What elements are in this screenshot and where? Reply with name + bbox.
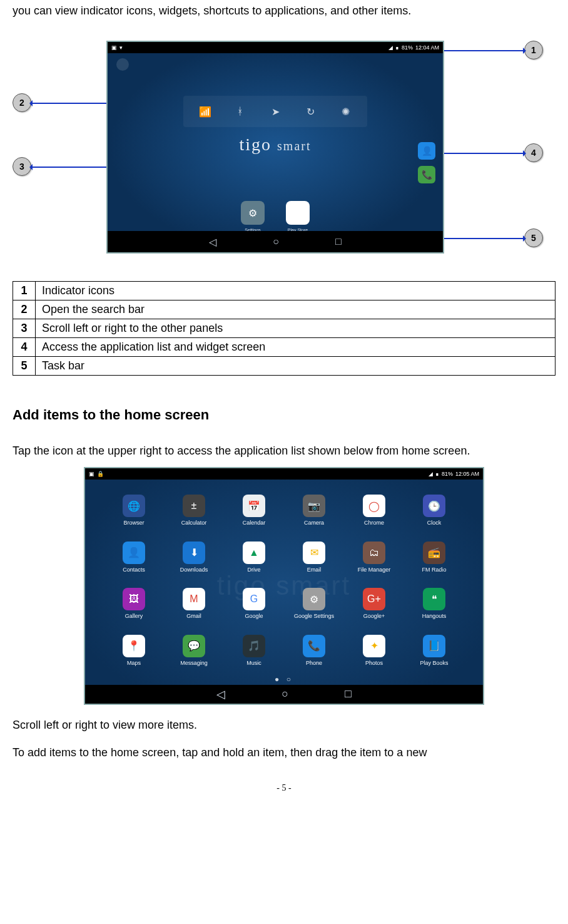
home-screen-diagram: 2 3 1 4 5 ▣ ▾ ◢ ∎ 81% 12:04 AM 📶 ᚼ ➤ — [13, 34, 555, 266]
recent-icon[interactable]: □ — [335, 236, 342, 247]
app-icon: 📻 — [423, 542, 445, 564]
app-cell[interactable]: 🖼Gallery — [104, 580, 164, 627]
app-label: Google+ — [363, 613, 385, 619]
app-icon: ± — [183, 495, 205, 517]
phone-shortcut[interactable]: 📞 — [418, 166, 435, 183]
home-icon[interactable]: ○ — [281, 687, 288, 701]
home-screen-screenshot: ▣ ▾ ◢ ∎ 81% 12:04 AM 📶 ᚼ ➤ ↻ ✺ tigo smar… — [106, 41, 444, 254]
search-button[interactable] — [116, 58, 129, 71]
app-cell[interactable]: ✦Photos — [344, 627, 404, 674]
arrow-3 — [31, 167, 113, 168]
page-indicator: ● ○ — [85, 675, 483, 684]
quick-settings-row: 📶 ᚼ ➤ ↻ ✺ — [183, 96, 367, 127]
app-cell[interactable]: GGoogle — [224, 580, 284, 627]
app-cell[interactable]: ❝Hangouts — [404, 580, 464, 627]
app-label: Play Books — [420, 660, 448, 666]
after-apps-2: To add items to the home screen, tap and… — [13, 741, 555, 765]
app-icon: 📘 — [423, 635, 445, 657]
app-cell[interactable]: MGmail — [164, 580, 224, 627]
app-label: Gallery — [125, 613, 143, 619]
app-cell[interactable]: G+Google+ — [344, 580, 404, 627]
app-cell[interactable]: 🌐Browser — [104, 487, 164, 534]
battery-pct: 81% — [442, 471, 453, 477]
app-label: Chrome — [364, 520, 384, 526]
app-label: Google Settings — [294, 613, 334, 619]
app-label: File Manager — [358, 567, 391, 573]
brand-main: tigo — [240, 135, 272, 154]
legend-row: 3Scroll left or right to the other panel… — [13, 319, 555, 338]
app-icon: G — [243, 588, 265, 610]
app-cell[interactable]: 🎵Music — [224, 627, 284, 674]
wifi-icon[interactable]: 📶 — [197, 103, 213, 120]
legend-desc: Task bar — [36, 357, 555, 376]
sync-icon[interactable]: ↻ — [302, 103, 318, 120]
play-store-shortcut[interactable]: ▶ Play Store — [286, 201, 310, 225]
app-label: Browser — [123, 520, 144, 526]
app-label: Maps — [127, 660, 141, 666]
app-label: Calculator — [181, 520, 207, 526]
app-cell[interactable]: 📻FM Radio — [404, 533, 464, 580]
app-label: Calendar — [243, 520, 266, 526]
signal-icon: ◢ — [429, 471, 433, 477]
legend-desc: Access the application list and widget s… — [36, 338, 555, 357]
app-cell[interactable]: 📅Calendar — [224, 487, 284, 534]
intro-text: you can view indicator icons, widgets, s… — [13, 3, 555, 19]
signal-icon: ◢ — [388, 44, 393, 51]
bluetooth-icon[interactable]: ᚼ — [232, 103, 248, 120]
app-cell[interactable]: 👤Contacts — [104, 533, 164, 580]
app-label: Camera — [304, 520, 324, 526]
back-icon[interactable]: ◁ — [216, 687, 225, 701]
app-cell[interactable]: 📷Camera — [284, 487, 344, 534]
app-list-screenshot: ▣ 🔒 ◢ ∎ 81% 12:05 AM tigo smart 🌐Browser… — [84, 467, 484, 705]
status-bar: ▣ ▾ ◢ ∎ 81% 12:04 AM — [108, 42, 443, 53]
settings-shortcut[interactable]: ⚙ Settings — [241, 201, 265, 225]
location-icon[interactable]: ➤ — [267, 103, 283, 120]
app-icon: 📞 — [303, 635, 325, 657]
app-icon: 🎵 — [243, 635, 265, 657]
app-icon: ⚙ — [303, 588, 325, 610]
app-label: Gmail — [186, 613, 201, 619]
status-icon: ▾ — [119, 44, 123, 51]
app-cell[interactable]: ✉Email — [284, 533, 344, 580]
legend-num: 3 — [13, 319, 36, 338]
app-cell[interactable]: 📘Play Books — [404, 627, 464, 674]
recent-icon[interactable]: □ — [345, 687, 352, 701]
legend-num: 4 — [13, 338, 36, 357]
app-cell[interactable]: 🕒Clock — [404, 487, 464, 534]
arrow-4 — [433, 153, 524, 154]
brightness-icon[interactable]: ✺ — [337, 103, 353, 120]
back-icon[interactable]: ◁ — [209, 236, 216, 248]
app-label: Email — [307, 567, 322, 573]
app-label: Music — [246, 660, 261, 666]
legend-row: 5Task bar — [13, 357, 555, 376]
app-cell[interactable]: ▲Drive — [224, 533, 284, 580]
app-label: Phone — [306, 660, 322, 666]
app-icon: 📅 — [243, 495, 265, 517]
brand-sub: smart — [277, 139, 311, 153]
home-icon[interactable]: ○ — [273, 236, 279, 247]
status-icon: ▣ — [111, 44, 117, 51]
app-cell[interactable]: 💬Messaging — [164, 627, 224, 674]
app-cell[interactable]: 📍Maps — [104, 627, 164, 674]
app-icon: 🌐 — [123, 495, 145, 517]
legend-num: 1 — [13, 282, 36, 300]
app-icon: 👤 — [123, 542, 145, 564]
app-label: FM Radio — [422, 567, 446, 573]
arrow-1 — [444, 50, 524, 51]
app-cell[interactable]: ⬇Downloads — [164, 533, 224, 580]
app-icon: 💬 — [183, 635, 205, 657]
app-cell[interactable]: 🗂File Manager — [344, 533, 404, 580]
app-icon: ✦ — [363, 635, 385, 657]
lock-icon: 🔒 — [97, 471, 104, 477]
app-icon: 🕒 — [423, 495, 445, 517]
contacts-shortcut[interactable]: 👤 — [418, 142, 435, 160]
app-icon: ◯ — [363, 495, 385, 517]
app-cell[interactable]: ◯Chrome — [344, 487, 404, 534]
app-cell[interactable]: ±Calculator — [164, 487, 224, 534]
app-label: Messaging — [180, 660, 208, 666]
clock: 12:05 AM — [455, 471, 479, 477]
app-cell[interactable]: ⚙Google Settings — [284, 580, 344, 627]
app-cell[interactable]: 📞Phone — [284, 627, 344, 674]
app-label: Drive — [247, 567, 260, 573]
section-para-1: Tap the icon at the upper right to acces… — [13, 439, 555, 463]
